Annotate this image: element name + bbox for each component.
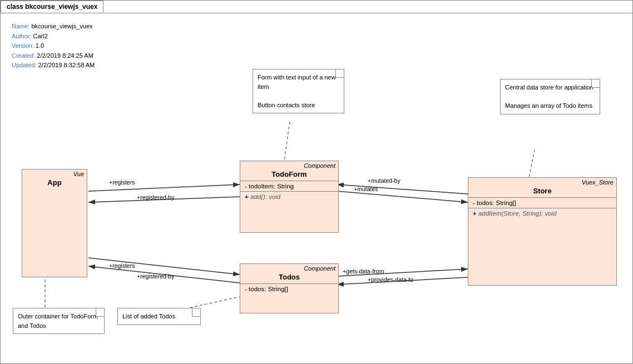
todoform-attr-2: + add(): void [240, 192, 338, 202]
meta-version-value: 1.0 [36, 42, 44, 49]
label-app-registers-top: +registers [109, 179, 135, 186]
store-note: Central data store for applicationManage… [500, 79, 600, 114]
label-store-provides-data: +provides-data-to [368, 276, 413, 283]
app-class-name: App [22, 177, 87, 189]
todos-stereotype: Component [240, 264, 338, 272]
store-stereotype: Vuex_Store [468, 178, 616, 186]
app-class-box: Vue App [22, 169, 87, 277]
label-todos-registered-by: +registered-by [137, 273, 174, 280]
meta-name-value: bkcourse_viewjs_vuex [31, 23, 92, 29]
todoform-note: Form with text input of a new itemButton… [253, 69, 344, 113]
meta-author-value: Carl2 [33, 33, 48, 39]
diagram-inner: Name: bkcourse_viewjs_vuex Author: Carl2… [1, 13, 632, 363]
dashed-store-note [529, 149, 535, 177]
todoform-class-name: TodoForm [240, 169, 338, 181]
todos-attr-1: - todos: String[] [240, 284, 338, 294]
store-attr-1: - todos: String[] [468, 198, 616, 208]
todos-note: List of added Todos [117, 308, 201, 325]
meta-updated-label: Updated: [12, 62, 37, 68]
todoform-stereotype: Component [240, 161, 338, 169]
meta-created-label: Created: [12, 52, 35, 59]
meta-author-label: Author: [12, 33, 31, 39]
todos-class-box: Component Todos - todos: String[] [240, 263, 339, 313]
label-todoform-mutates: +mutates [354, 186, 378, 192]
label-todos-gets-data: +gets-data-from [343, 268, 384, 275]
app-stereotype: Vue [22, 169, 87, 177]
label-todoform-registered-by: +registered-by [137, 194, 174, 201]
todoform-attr-1: - todoItem: String [240, 181, 338, 191]
store-attr-2: + addItem(Store, String): void [468, 208, 616, 218]
app-note: Outer container for TodoForm and Todos [13, 308, 105, 334]
meta-name-label: Name: [12, 23, 29, 29]
meta-version-label: Version: [12, 42, 34, 49]
arrow-todoform-store [337, 191, 468, 202]
todoform-class-box: Component TodoForm - todoItem: String + … [240, 161, 339, 233]
store-class-name: Store [468, 186, 616, 197]
diagram-container: class bkcourse_viewjs_vuex Name: bkcours… [0, 0, 633, 364]
dashed-todoform-note [284, 122, 290, 161]
label-app-registers-bottom: +registers [109, 262, 135, 269]
label-store-mutated-by: +mutated-by [368, 177, 400, 184]
meta-info: Name: bkcourse_viewjs_vuex Author: Carl2… [12, 22, 95, 71]
meta-created-value: 2/2/2019 8:24:25 AM [37, 52, 93, 59]
todos-class-name: Todos [240, 272, 338, 283]
diagram-title: class bkcourse_viewjs_vuex [1, 1, 103, 12]
meta-updated-value: 2/2/2019 8:32:58 AM [38, 62, 95, 68]
store-class-box: Vuex_Store Store - todos: String[] + add… [468, 177, 617, 286]
